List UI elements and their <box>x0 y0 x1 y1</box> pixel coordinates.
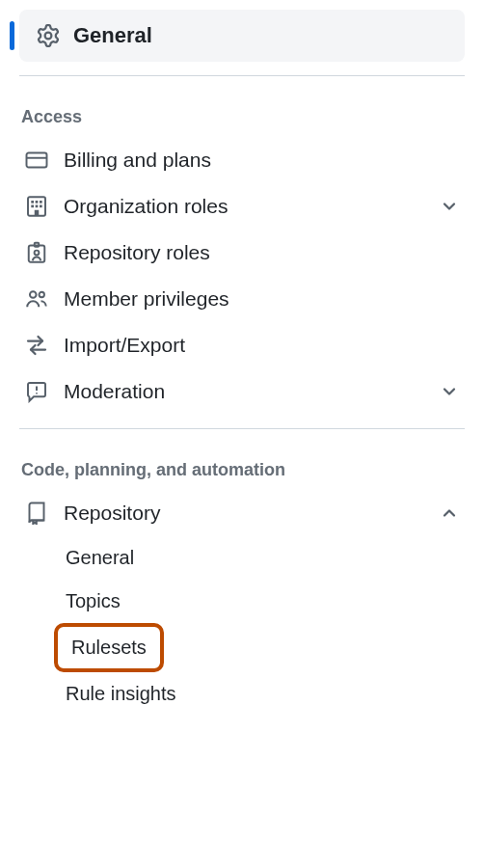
repository-subitems: General Topics Rulesets Rule insights <box>19 536 465 716</box>
sidebar-item-label: Repository roles <box>64 241 459 264</box>
svg-point-16 <box>36 393 38 394</box>
gear-icon <box>37 24 60 47</box>
chevron-up-icon <box>440 503 459 523</box>
sidebar-subitem-general[interactable]: General <box>58 536 465 580</box>
sidebar-subitem-label: Rulesets <box>71 637 147 658</box>
credit-card-icon <box>25 149 48 172</box>
svg-rect-5 <box>40 201 42 203</box>
divider <box>19 428 465 429</box>
sidebar-subitem-topics[interactable]: Topics <box>58 580 465 623</box>
svg-rect-10 <box>29 246 45 262</box>
chevron-down-icon <box>440 197 459 216</box>
svg-rect-0 <box>27 153 47 168</box>
chevron-down-icon <box>440 382 459 401</box>
sidebar-item-repository[interactable]: Repository <box>19 490 465 536</box>
sidebar-item-label: Member privileges <box>64 287 459 311</box>
id-badge-icon <box>25 241 48 264</box>
section-heading-code: Code, planning, and automation <box>19 443 465 490</box>
svg-rect-7 <box>36 205 39 208</box>
sidebar-item-label: Organization roles <box>64 195 440 218</box>
sidebar-item-label: Repository <box>64 502 440 525</box>
sidebar-item-member-privileges[interactable]: Member privileges <box>19 276 465 322</box>
sidebar-item-general[interactable]: General <box>19 10 465 62</box>
sidebar-item-import-export[interactable]: Import/Export <box>19 322 465 368</box>
sidebar-subitem-label: General <box>66 547 134 568</box>
sidebar-item-moderation[interactable]: Moderation <box>19 368 465 415</box>
sidebar-item-billing[interactable]: Billing and plans <box>19 137 465 183</box>
report-icon <box>25 380 48 403</box>
svg-point-12 <box>35 251 40 256</box>
sidebar-item-organization-roles[interactable]: Organization roles <box>19 183 465 230</box>
sidebar-item-repository-roles[interactable]: Repository roles <box>19 230 465 276</box>
svg-point-13 <box>30 291 37 298</box>
organization-icon <box>25 195 48 218</box>
arrows-swap-icon <box>25 334 48 357</box>
divider <box>19 75 465 76</box>
svg-rect-8 <box>40 205 42 208</box>
sidebar-subitem-rule-insights[interactable]: Rule insights <box>58 672 465 716</box>
svg-rect-4 <box>36 201 39 203</box>
svg-point-14 <box>40 292 44 297</box>
people-icon <box>25 287 48 311</box>
svg-rect-9 <box>35 210 40 216</box>
sidebar-item-label: General <box>73 23 152 48</box>
svg-rect-6 <box>31 205 34 208</box>
sidebar-subitem-label: Rule insights <box>66 683 176 704</box>
sidebar-subitem-rulesets[interactable]: Rulesets <box>54 623 164 672</box>
sidebar-item-label: Import/Export <box>64 334 459 357</box>
svg-rect-3 <box>31 201 34 203</box>
section-heading-access: Access <box>19 90 465 137</box>
sidebar-item-label: Billing and plans <box>64 149 459 172</box>
sidebar-subitem-label: Topics <box>66 590 121 611</box>
sidebar-item-label: Moderation <box>64 380 440 403</box>
repo-icon <box>25 502 48 525</box>
